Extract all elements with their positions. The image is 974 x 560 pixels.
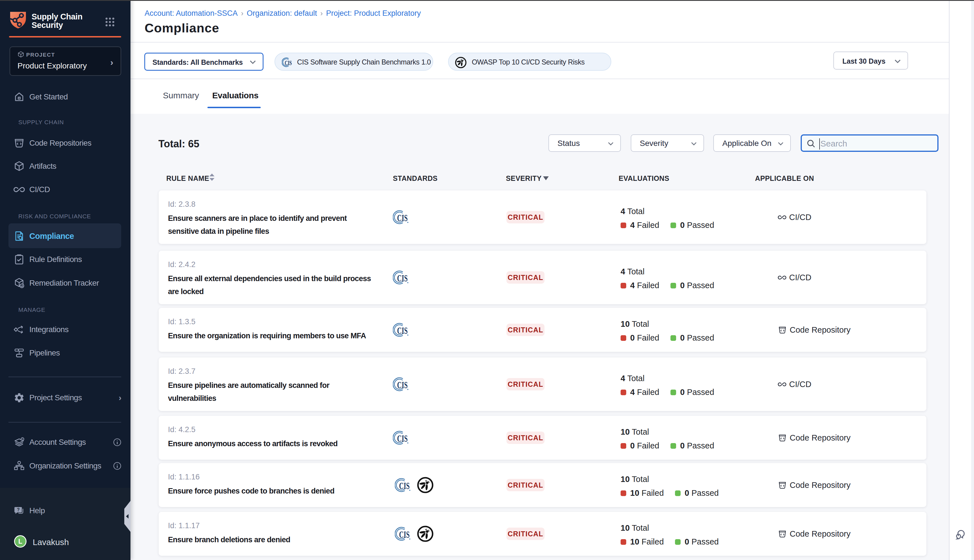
svg-text:CIS: CIS (397, 212, 407, 223)
svg-text:CIS: CIS (285, 59, 292, 66)
svg-text:?: ? (17, 507, 20, 512)
svg-text:CIS: CIS (399, 480, 410, 491)
svg-text:CIS: CIS (397, 273, 407, 283)
svg-text:CIS: CIS (397, 325, 407, 336)
svg-text:CIS: CIS (397, 380, 407, 390)
svg-text:CIS: CIS (399, 529, 410, 540)
svg-text:CIS: CIS (397, 433, 407, 444)
